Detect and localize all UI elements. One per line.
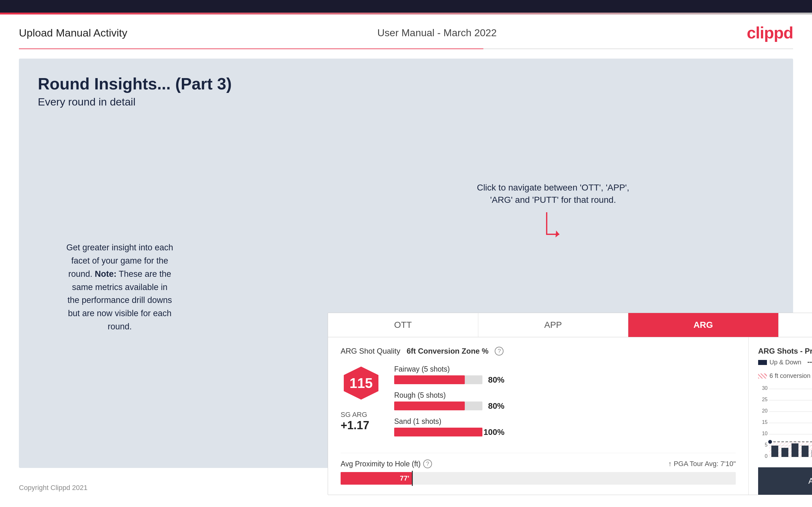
hexagon-wrap: 115 SG ARG +1.17 (341, 365, 382, 432)
help-icon[interactable]: ? (495, 347, 504, 355)
chart-area: 30 25 20 15 10 5 0 (758, 384, 812, 467)
header-center: User Manual - March 2022 (377, 27, 497, 39)
legend-solid-label: Up & Down (769, 359, 801, 366)
svg-text:30: 30 (762, 385, 768, 391)
proximity-section: Avg Proximity to Hole (ft) ? ↑ PGA Tour … (341, 453, 736, 485)
arg-dashboard-button[interactable]: ARG Dashboard (758, 467, 812, 495)
tab-arg[interactable]: ARG (628, 313, 778, 337)
svg-text:20: 20 (762, 408, 768, 413)
svg-rect-25 (802, 446, 809, 457)
tab-app[interactable]: APP (478, 313, 628, 337)
proximity-bar-value: 77' (400, 474, 409, 483)
page-title: Round Insights... (Part 3) (38, 74, 774, 93)
shot-quality-label: ARG Shot Quality (341, 347, 400, 355)
bar-row-2: Sand (1 shots) 100% (394, 417, 736, 437)
legend-solid-box (758, 360, 767, 365)
legend-item-avg: Round Average (808, 359, 812, 366)
bar-label-0: Fairway (5 shots) (394, 365, 736, 374)
bar-track-0: 80% (394, 375, 483, 384)
sg-section: SG ARG +1.17 (341, 411, 382, 432)
left-description: Get greater insight into each facet of y… (66, 241, 173, 334)
svg-rect-23 (781, 448, 789, 457)
copyright: Copyright Clippd 2021 (19, 484, 88, 492)
logo: clippd (747, 23, 793, 42)
hexagon-number: 115 (349, 375, 372, 391)
note-bold: Note: (95, 269, 116, 279)
hexagon: 115 (341, 365, 382, 401)
legend: Up & Down Round Average 6 ft conversion … (758, 359, 812, 380)
hexagon-section: 115 SG ARG +1.17 Fairway (5 shots) (341, 365, 736, 443)
bar-row-1: Rough (5 shots) 80% (394, 391, 736, 410)
svg-text:15: 15 (762, 419, 768, 425)
panel-header-row: ARG Shot Quality 6ft Conversion Zone % ? (341, 347, 736, 355)
proximity-help-icon[interactable]: ? (423, 459, 432, 468)
bar-fill-2 (394, 428, 483, 437)
proximity-label: Avg Proximity to Hole (ft) ? (341, 459, 432, 468)
top-bar (0, 0, 812, 13)
sg-label: SG ARG (341, 411, 382, 419)
svg-marker-0 (556, 230, 559, 237)
dashboard-panel: OTT APP ARG PUTT ARG Shot Quality 6ft Co… (328, 313, 812, 495)
svg-rect-24 (792, 443, 799, 457)
separator (19, 49, 793, 49)
page-subtitle: Every round in detail (38, 96, 774, 108)
bar-label-1: Rough (5 shots) (394, 391, 736, 400)
conversion-label: 6ft Conversion Zone % (406, 347, 489, 355)
bar-track-1: 80% (394, 401, 483, 410)
sg-value: +1.17 (341, 419, 382, 432)
svg-rect-22 (771, 446, 778, 457)
right-panel-title: ARG Shots - Proximity (ft) (758, 347, 812, 355)
nav-annotation: Click to navigate between 'OTT', 'APP','… (477, 181, 629, 250)
proximity-bar-fill: 77' (341, 472, 412, 485)
svg-text:5: 5 (765, 442, 768, 448)
svg-text:25: 25 (762, 397, 768, 402)
legend-item-conversion: 6 ft conversion zone (758, 372, 812, 380)
upload-label: Upload Manual Activity (19, 27, 127, 39)
tabs: OTT APP ARG PUTT (328, 313, 812, 337)
legend-item-updown: Up & Down (758, 359, 801, 366)
svg-text:0: 0 (765, 453, 768, 459)
content-wrapper: Round Insights... (Part 3) Every round i… (38, 74, 774, 366)
bar-row-0: Fairway (5 shots) 80% (394, 365, 736, 384)
proximity-header: Avg Proximity to Hole (ft) ? ↑ PGA Tour … (341, 459, 736, 468)
legend-hatched-label: 6 ft conversion zone (769, 372, 812, 380)
bar-track-2: 100% (394, 428, 483, 437)
tab-ott[interactable]: OTT (328, 313, 478, 337)
nav-annotation-text: Click to navigate between 'OTT', 'APP','… (477, 181, 629, 206)
left-panel: ARG Shot Quality 6ft Conversion Zone % ?… (328, 337, 749, 495)
main-content: Round Insights... (Part 3) Every round i… (19, 59, 793, 468)
svg-text:10: 10 (762, 431, 768, 436)
bar-pct-2: 100% (484, 428, 505, 437)
bar-fill-1 (394, 401, 465, 410)
proximity-cursor (412, 471, 413, 486)
bar-label-2: Sand (1 shots) (394, 417, 736, 426)
panel-body: ARG Shot Quality 6ft Conversion Zone % ?… (328, 337, 812, 495)
svg-point-19 (768, 440, 772, 444)
pga-label: ↑ PGA Tour Avg: 7'10" (668, 460, 736, 468)
legend-hatched-box (758, 374, 767, 379)
header: Upload Manual Activity User Manual - Mar… (0, 14, 812, 49)
proximity-bar-track: 77' (341, 472, 736, 485)
bar-pct-0: 80% (488, 375, 504, 384)
bar-fill-0 (394, 375, 465, 384)
tab-putt[interactable]: PUTT (778, 313, 812, 337)
bar-pct-1: 80% (488, 401, 504, 410)
right-panel: ARG Shots - Proximity (ft) Up & Down Rou… (749, 337, 812, 495)
legend-dashed-box (808, 362, 812, 363)
bars-section: Fairway (5 shots) 80% Rough (5 shots) (394, 365, 736, 443)
